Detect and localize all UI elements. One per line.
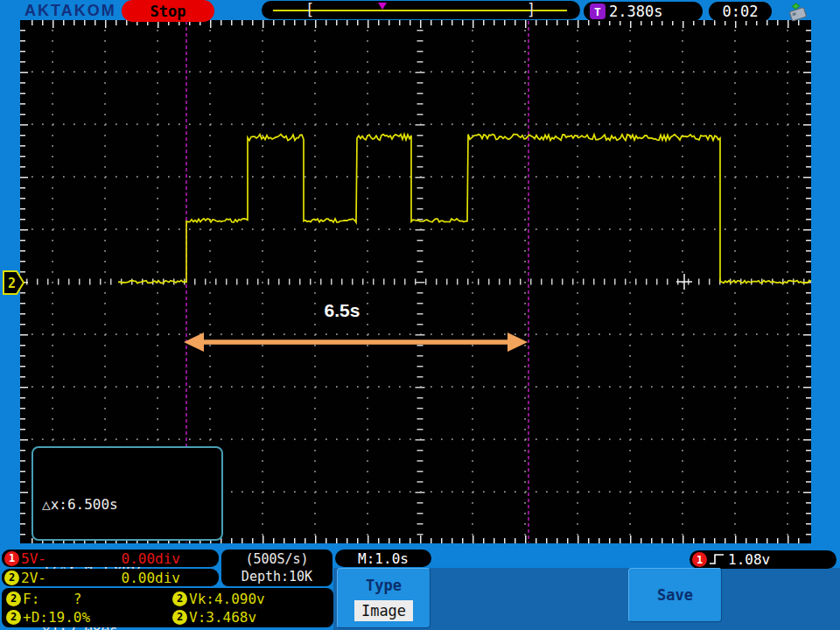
oscilloscope-screenshot: { "titlebar": { "brand": "AKTAKOM", "run… xyxy=(0,0,840,630)
ch2-scale: 2V- xyxy=(21,570,46,586)
run-state-indicator[interactable]: Stop xyxy=(122,0,214,22)
measure-ch-badge: 2 xyxy=(6,610,21,625)
measure-v: V:3.468v xyxy=(189,609,256,626)
measure-ch-badge: 2 xyxy=(172,592,187,606)
channel2-marker[interactable]: 2 xyxy=(3,270,25,296)
measure-duty: +D:19.0% xyxy=(23,609,90,626)
cursor-dx-readout: △x:6.500s xyxy=(42,494,213,515)
rising-edge-icon xyxy=(709,553,724,566)
record-length-line xyxy=(273,10,567,11)
ch1-scale: 5V- xyxy=(21,550,46,567)
ch1-badge: 1 xyxy=(4,551,19,566)
window-bracket-left-icon: [ xyxy=(305,1,314,19)
trigger-source-badge: 1 xyxy=(692,552,707,567)
measurement-cell-frequency: 2 F: ? xyxy=(4,590,170,608)
trigger-time-value: 2.380s xyxy=(609,3,662,20)
usb-drive-icon xyxy=(784,2,810,23)
cursor-readout-box: △x:6.500s 1/△x:0.154HZ x1:2.080s x2:-4.4… xyxy=(32,446,223,541)
measure-ch-badge: 2 xyxy=(172,610,187,625)
acquisition-window-indicator[interactable]: [ ] xyxy=(262,1,580,19)
measurement-cell-vk: 2 Vk:4.090v xyxy=(170,590,332,608)
depth-readout: Depth:10K xyxy=(242,568,312,585)
measure-frequency: F: ? xyxy=(23,591,81,607)
type-button-label: Type xyxy=(366,577,402,594)
trigger-level-value: 1.08v xyxy=(728,551,770,568)
trigger-level-readout: 1 1.08v xyxy=(690,550,836,569)
ch2-scale-readout: 2 2V- 0.00div xyxy=(2,569,219,586)
delta-time-label: 6.5s xyxy=(319,300,365,321)
timebase-readout: M:1.0s xyxy=(335,550,431,567)
measurement-cell-v: 2 V:3.468v xyxy=(170,608,332,626)
channel2-marker-label: 2 xyxy=(8,276,16,291)
clock-readout: 0:02 xyxy=(709,2,772,21)
trigger-position-marker-icon xyxy=(378,3,387,10)
type-selected-value[interactable]: Image xyxy=(354,600,413,621)
trigger-time-badge: T xyxy=(590,4,606,19)
ch2-offset: 0.00div xyxy=(122,570,180,586)
acquisition-readout: (500S/s) Depth:10K xyxy=(221,550,332,586)
brand-logo: AKTAKOM xyxy=(24,2,116,20)
measure-vk: Vk:4.090v xyxy=(189,591,265,607)
measure-ch-badge: 2 xyxy=(6,592,21,606)
save-button[interactable]: Save xyxy=(628,568,722,622)
ch1-offset: 0.00div xyxy=(122,550,180,567)
measurements-box: 2 F: ? 2 Vk:4.090v 2 +D:19.0% 2 V:3.468v xyxy=(2,588,333,627)
ch2-badge: 2 xyxy=(4,570,19,585)
window-bracket-right-icon: ] xyxy=(527,1,536,19)
trigger-time-readout: T 2.380s xyxy=(584,2,703,21)
sample-rate-readout: (500S/s) xyxy=(245,550,308,568)
ch1-scale-readout: 1 5V- 0.00div xyxy=(2,550,219,567)
measurement-cell-duty: 2 +D:19.0% xyxy=(4,608,170,626)
type-button[interactable]: Type Image xyxy=(337,568,430,628)
